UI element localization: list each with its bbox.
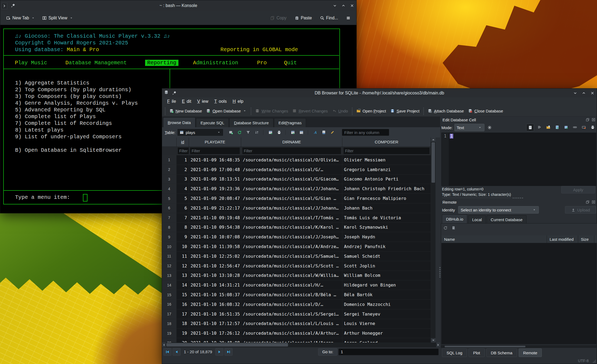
paste-button[interactable]: Paste [293, 15, 314, 22]
menu-help[interactable]: Help [230, 98, 246, 104]
cell-id[interactable]: 14 [177, 280, 189, 290]
link-icon[interactable] [571, 124, 578, 131]
cell-dirname[interactable]: /sourcedata/music/classical/K/Karol … [241, 223, 342, 232]
cell-composer[interactable]: Scott Joplin [342, 261, 431, 271]
tab-database-structure[interactable]: Database Structure [229, 118, 273, 127]
table-row[interactable]: 18182021-01-10 17:12:57/sourcedata/music… [162, 319, 436, 329]
cell-id[interactable]: 16 [177, 300, 189, 309]
cell-composer[interactable]: Arthur Honegger [342, 328, 431, 338]
tui-menu-administration[interactable]: Administration [193, 59, 238, 66]
cell-dirname[interactable]: /sourcedata/music/classical/J/Joseph… [241, 232, 342, 242]
find-button[interactable]: Find... [318, 15, 340, 22]
filter-input-dirname[interactable]: Filter [241, 146, 342, 155]
close-icon[interactable] [590, 91, 595, 95]
cell-dirname[interactable]: /sourcedata/music/classical/D/… [241, 300, 342, 309]
cell-dirname[interactable]: /sourcedata/music/classical/S/Scott … [241, 261, 342, 271]
filter-any-input[interactable]: Filter in any column [342, 129, 389, 136]
tui-list-item[interactable]: 6) Complete list of Plays [15, 113, 138, 120]
open-database-button[interactable]: Open Database [204, 108, 249, 114]
minimize-icon[interactable] [573, 91, 577, 95]
cell-id[interactable]: 4 [177, 184, 189, 193]
maximize-icon[interactable] [341, 3, 346, 8]
table-row[interactable]: 10102021-01-10 11:39:58/sourcedata/music… [162, 242, 436, 252]
cell-composer[interactable]: Tomás Luis de Victoria [342, 213, 431, 222]
goto-input[interactable]: 1 [338, 348, 439, 355]
cell-id[interactable]: 9 [177, 232, 189, 242]
tui-list-item[interactable]: 9) List of under-played Composers [15, 133, 138, 140]
konsole-titlebar[interactable]: ~ : bash — Konsole [0, 0, 356, 11]
clear-filter-icon[interactable] [244, 129, 252, 136]
table-row[interactable]: 332021-01-09 18:13:51/sourcedata/music/c… [162, 175, 436, 184]
last-page-button[interactable] [224, 348, 233, 356]
cell-composer[interactable]: Gregorio Lambranzi [342, 165, 431, 174]
tui-menu-pro[interactable]: Pro [257, 59, 267, 66]
cell-playdate[interactable]: 2021-01-10 11:39:58 [189, 242, 241, 251]
cell-id[interactable]: 11 [177, 252, 189, 261]
cell-dirname[interactable]: /sourcedata/music/classical/A/Arthur… [241, 328, 342, 338]
tui-list-item[interactable]: 2) Top Composers (by play durations) [15, 86, 138, 93]
tui-menu-database-management[interactable]: Database Management [65, 59, 127, 66]
menu-file[interactable]: File [165, 98, 178, 104]
cell-composer[interactable]: Sergei Taneyev [342, 309, 431, 319]
cell-id[interactable]: 1 [177, 155, 189, 165]
table-row[interactable]: 12122021-01-10 12:56:47/sourcedata/music… [162, 261, 436, 271]
save-as-icon[interactable] [320, 129, 327, 136]
cell-composer[interactable]: Olivier Messiaen [342, 155, 431, 165]
dock-tab-db-schema[interactable]: DB Schema [486, 348, 517, 357]
cell-dirname[interactable]: /sourcedata/music/classical/O/Olivie… [241, 155, 342, 165]
cell-composer[interactable]: Domenico Mazzocchi [342, 300, 431, 309]
cell-id[interactable]: 2 [177, 165, 189, 174]
cell-dirname[interactable]: /sourcedata/music/classical/H/… [241, 280, 342, 290]
table-row[interactable]: 442021-01-09 19:23:36/sourcedata/music/c… [162, 184, 436, 194]
record-new-icon[interactable] [227, 129, 234, 136]
cell-composer[interactable]: Joseph Haydn [342, 232, 431, 242]
menu-view[interactable]: View [195, 98, 211, 104]
cell-id[interactable]: 13 [177, 271, 189, 280]
hscroll-thumb[interactable] [445, 346, 525, 347]
toolbar-grip[interactable] [164, 107, 166, 115]
cell-dirname[interactable]: /sourcedata/music/classical/L/Louis … [241, 319, 342, 328]
vertical-scrollbar[interactable] [431, 137, 436, 342]
import-file-icon[interactable] [545, 124, 552, 131]
tab-local[interactable]: Local [468, 215, 486, 224]
attach-database-button[interactable]: Attach Database [426, 108, 466, 114]
cell-id[interactable]: 7 [177, 213, 189, 222]
cell-id[interactable]: 5 [177, 194, 189, 203]
close-database-button[interactable]: Close Database [466, 108, 505, 114]
tui-list-item[interactable]: 7) Complete list of Recordings [15, 120, 138, 127]
export-icon[interactable] [298, 129, 305, 136]
undo-button[interactable]: Undo [330, 108, 350, 114]
terminal-cursor[interactable] [83, 194, 87, 202]
cell-editor[interactable]: 1 1 [441, 133, 596, 186]
minimize-icon[interactable] [333, 3, 337, 8]
table-row[interactable]: 552021-01-09 20:08:47/sourcedata/music/c… [162, 194, 436, 203]
save-changes-icon[interactable] [562, 124, 570, 131]
close-icon[interactable] [350, 3, 354, 8]
remote-column-name[interactable]: Name [441, 235, 547, 243]
server-icon[interactable] [451, 226, 456, 230]
settings-gear-icon[interactable] [486, 124, 493, 131]
table-row[interactable]: 222021-01-09 17:00:48/sourcedata/music/c… [162, 165, 436, 175]
cell-playdate[interactable]: 2021-01-10 14:31:21 [189, 280, 241, 290]
import-icon[interactable] [289, 129, 296, 136]
tab-current-database[interactable]: Current Database [487, 215, 526, 224]
cell-playdate[interactable]: 2021-01-10 09:54:38 [189, 223, 241, 232]
cell-composer[interactable]: Giacomo Antonio Perti [342, 175, 431, 184]
cell-dirname[interactable]: /sourcedata/music/classical/J/Johann… [241, 184, 342, 193]
dock-splitter[interactable] [513, 197, 524, 199]
remote-column-last-modified[interactable]: Last modified [547, 235, 578, 243]
cell-id[interactable]: 3 [177, 175, 189, 184]
cell-playdate[interactable]: 2021-01-09 20:08:47 [189, 194, 241, 203]
save-project-button[interactable]: Save Project [388, 108, 422, 114]
next-page-button[interactable] [215, 348, 223, 356]
set-null-icon[interactable] [580, 124, 587, 131]
tab-browse-data[interactable]: Browse Data [163, 117, 195, 127]
split-view-button[interactable]: Split View [40, 15, 76, 22]
scroll-left-icon[interactable] [162, 342, 166, 347]
menu-edit[interactable]: Edit [180, 98, 194, 104]
upload-button[interactable]: Upload [565, 206, 596, 214]
dock-close-icon[interactable] [591, 200, 596, 204]
cell-id[interactable]: 18 [177, 319, 189, 328]
cell-playdate[interactable]: 2021-01-10 17:12:57 [189, 319, 241, 328]
first-page-button[interactable] [163, 348, 171, 356]
